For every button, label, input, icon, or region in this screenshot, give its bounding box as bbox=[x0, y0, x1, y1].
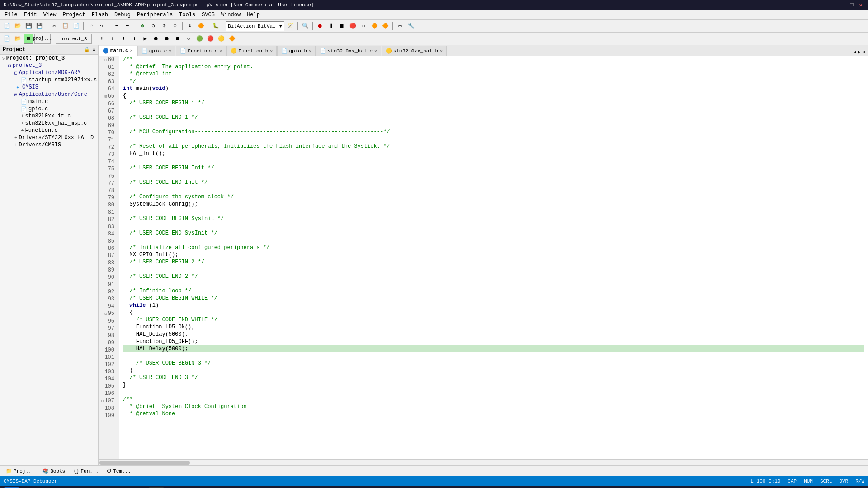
view-btn[interactable]: ▭ bbox=[395, 21, 405, 31]
scrollbar-horizontal[interactable] bbox=[99, 459, 868, 465]
scrollbar-thumb[interactable] bbox=[99, 461, 190, 465]
minimize-button[interactable]: ─ bbox=[839, 1, 846, 9]
stop2-btn[interactable]: ⏹ bbox=[337, 21, 347, 31]
menu-item-file[interactable]: File bbox=[2, 11, 20, 19]
tree-item[interactable]: 📄gpio.c bbox=[0, 105, 98, 113]
tree-item[interactable]: 🔹CMSIS bbox=[0, 84, 98, 91]
tree-item[interactable]: 📄main.c bbox=[0, 98, 98, 105]
paste-btn[interactable]: 📄 bbox=[71, 21, 81, 31]
menu-item-peripherals[interactable]: Peripherals bbox=[134, 11, 175, 19]
stop-btn[interactable]: ⊖ bbox=[170, 21, 180, 31]
tab-close-icon[interactable]: ✕ bbox=[169, 48, 171, 54]
tree-item[interactable]: ⊟project_3 bbox=[0, 62, 98, 69]
tree-item[interactable]: 📄startup_stm32l071xx.s bbox=[0, 76, 98, 84]
tab-close-all-icon[interactable]: ✕ bbox=[862, 48, 866, 56]
t2-btn1[interactable]: 📄 bbox=[2, 34, 12, 44]
tab-stm32l0xx_halc[interactable]: 📄stm32l0xx_hal.c✕ bbox=[316, 46, 381, 56]
tree-item[interactable]: ▷Project: project_3 bbox=[0, 55, 98, 62]
t2-btn14[interactable]: 🟢 bbox=[194, 34, 204, 44]
t2-btn11[interactable]: ⏺ bbox=[162, 34, 172, 44]
bottom-tab[interactable]: ⏱Tem... bbox=[103, 467, 135, 475]
menu-item-project[interactable]: Project bbox=[60, 11, 88, 19]
watch-btn[interactable]: ○ bbox=[359, 21, 368, 31]
t2-btn4[interactable]: proj... bbox=[34, 34, 51, 44]
save-all-btn[interactable]: 💾 bbox=[34, 21, 44, 31]
maximize-button[interactable]: □ bbox=[848, 1, 855, 9]
copy-btn[interactable]: 📋 bbox=[60, 21, 70, 31]
debug-btn[interactable]: 🐛 bbox=[211, 21, 221, 31]
tab-close-icon[interactable]: ✕ bbox=[440, 48, 443, 54]
tab-close-icon[interactable]: ✕ bbox=[309, 48, 311, 54]
t2-btn6[interactable]: ⬆ bbox=[108, 34, 118, 44]
menu-item-flash[interactable]: Flash bbox=[89, 11, 111, 19]
t2-btn5[interactable]: ⬇ bbox=[97, 34, 107, 44]
fold-marker-icon[interactable]: ⊟ bbox=[104, 58, 107, 62]
menu-item-window[interactable]: Window bbox=[218, 11, 243, 19]
tools-btn[interactable]: 🔧 bbox=[406, 21, 416, 31]
batch-btn[interactable]: ⊕ bbox=[159, 21, 169, 31]
tab-close-icon[interactable]: ✕ bbox=[270, 48, 273, 54]
menu-item-edit[interactable]: Edit bbox=[21, 11, 40, 19]
open-btn[interactable]: 📂 bbox=[13, 21, 23, 31]
t2-btn7[interactable]: ⬇ bbox=[118, 34, 128, 44]
t2-btn17[interactable]: 🔶 bbox=[227, 34, 237, 44]
menu-item-view[interactable]: View bbox=[41, 11, 59, 19]
tab-stm32l0xx_halh[interactable]: 🟡stm32l0xx_hal.h✕ bbox=[382, 46, 447, 56]
tab-mainc[interactable]: 🔵main.c✕ bbox=[99, 46, 137, 56]
t2-btn16[interactable]: 🟡 bbox=[216, 34, 226, 44]
sys-btn[interactable]: 🔶 bbox=[380, 21, 390, 31]
code-area[interactable]: /** * @brief The application entry point… bbox=[119, 56, 868, 459]
build-btn[interactable]: ⊕ bbox=[137, 21, 147, 31]
new-btn[interactable]: 📄 bbox=[2, 21, 12, 31]
tab-Functionc[interactable]: 📄Function.c✕ bbox=[176, 46, 226, 56]
tree-item[interactable]: +Function.c bbox=[0, 127, 98, 134]
t2-btn10[interactable]: ⏺ bbox=[151, 34, 161, 44]
bitaction-dropdown[interactable]: BitAction BitVal ▼ bbox=[226, 21, 284, 31]
bottom-tab[interactable]: 📁Proj... bbox=[2, 467, 38, 475]
menu-item-debug[interactable]: Debug bbox=[112, 11, 133, 19]
t2-btn13[interactable]: ○ bbox=[184, 34, 193, 44]
flash-btn[interactable]: ⬇ bbox=[185, 21, 195, 31]
tab-scroll-right-icon[interactable]: ▶ bbox=[857, 48, 862, 56]
nav-back-btn[interactable]: ⬅ bbox=[112, 21, 122, 31]
menu-item-tools[interactable]: Tools bbox=[176, 11, 198, 19]
tree-item[interactable]: +stm32l0xx_it.c bbox=[0, 113, 98, 120]
t2-btn9[interactable]: ▶ bbox=[140, 34, 150, 44]
bottom-tab[interactable]: 📚Books bbox=[38, 467, 69, 475]
magic-wand-btn[interactable]: 🪄 bbox=[285, 21, 295, 31]
tab-close-icon[interactable]: ✕ bbox=[130, 48, 133, 53]
close-button[interactable]: ✕ bbox=[857, 1, 864, 9]
tree-item[interactable]: ⊟Application/User/Core bbox=[0, 91, 98, 98]
tab-close-icon[interactable]: ✕ bbox=[219, 48, 222, 54]
t2-btn3[interactable]: ⊞ bbox=[24, 34, 33, 44]
redo-btn[interactable]: ↪ bbox=[97, 21, 107, 31]
tab-close-icon[interactable]: ✕ bbox=[374, 48, 377, 54]
tab-Functionh[interactable]: 🟡Function.h✕ bbox=[226, 46, 277, 56]
mem-btn[interactable]: 🔶 bbox=[369, 21, 379, 31]
bottom-tab[interactable]: {}Fun... bbox=[69, 467, 103, 475]
bp-btn[interactable]: 🔴 bbox=[348, 21, 358, 31]
nav-fwd-btn[interactable]: ➡ bbox=[123, 21, 132, 31]
tree-item[interactable]: ⊟Application/MDK-ARM bbox=[0, 69, 98, 76]
t2-btn8[interactable]: ⬆ bbox=[129, 34, 139, 44]
erase-btn[interactable]: 🔶 bbox=[196, 21, 206, 31]
menu-item-svcs[interactable]: SVCS bbox=[199, 11, 217, 19]
tab-gpioh[interactable]: 📄gpio.h✕ bbox=[277, 46, 316, 56]
tree-item[interactable]: +stm32l0xx_hal_msp.c bbox=[0, 120, 98, 127]
t2-target[interactable]: project_3 bbox=[56, 34, 92, 44]
pause-btn[interactable]: ⏸ bbox=[326, 21, 336, 31]
menu-item-help[interactable]: Help bbox=[244, 11, 263, 19]
panel-close-icon[interactable]: ✕ bbox=[93, 47, 95, 52]
rebuild-btn[interactable]: ⊖ bbox=[148, 21, 158, 31]
t2-btn15[interactable]: 🔴 bbox=[205, 34, 215, 44]
cut-btn[interactable]: ✂ bbox=[49, 21, 59, 31]
undo-btn[interactable]: ↩ bbox=[86, 21, 96, 31]
search-btn[interactable]: 🔍 bbox=[300, 21, 310, 31]
t2-btn2[interactable]: 📂 bbox=[13, 34, 23, 44]
save-btn[interactable]: 💾 bbox=[24, 21, 33, 31]
tab-gpioc[interactable]: 📄gpio.c✕ bbox=[137, 46, 176, 56]
run-btn[interactable]: ⏺ bbox=[315, 21, 325, 31]
t2-btn12[interactable]: ⏺ bbox=[173, 34, 183, 44]
panel-lock-icon[interactable]: 🔒 bbox=[84, 47, 90, 52]
fold-marker-icon[interactable]: ⊟ bbox=[101, 399, 104, 404]
